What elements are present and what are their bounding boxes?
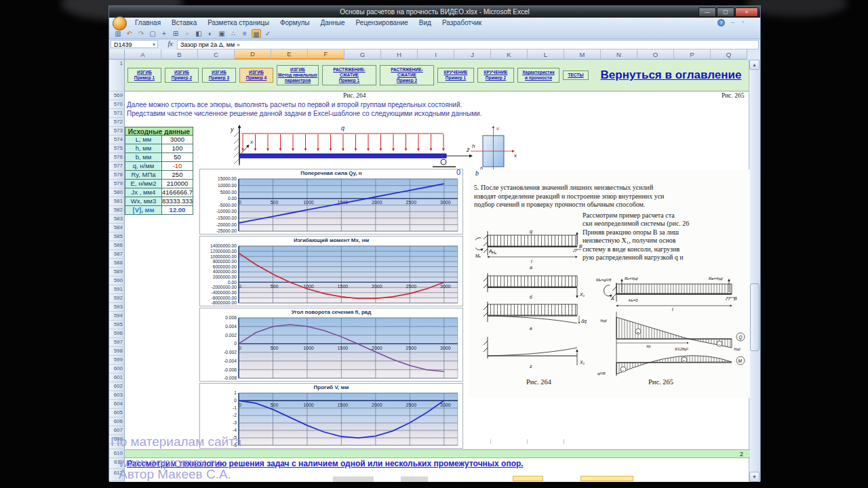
row-header-601[interactable]: 601	[109, 373, 125, 382]
column-header-O[interactable]: O	[637, 49, 674, 60]
row-header-592[interactable]: 592	[109, 294, 125, 303]
column-header-H[interactable]: H	[381, 49, 418, 60]
plus-icon[interactable]: +	[159, 29, 169, 38]
nav-button-9[interactable]: Характеристики прочности	[517, 68, 559, 83]
column-header-D[interactable]: D	[235, 49, 271, 60]
table-label-cell[interactable]: q, н/мм	[125, 162, 162, 171]
ribbon-tab-Данные[interactable]: Данные	[315, 18, 350, 28]
nav-button-0[interactable]: ИЗГИБПример 1	[127, 68, 161, 83]
ribbon-tab-Вид[interactable]: Вид	[414, 18, 437, 28]
row-header-586[interactable]: 586	[109, 241, 125, 250]
minimize-ribbon-icon[interactable]: –	[732, 19, 734, 25]
ribbon-tab-Разработчик[interactable]: Разработчик	[437, 18, 487, 28]
textbook-image[interactable]: b 5. После установления значений лишних …	[469, 169, 750, 398]
table-value-cell[interactable]: -10	[162, 162, 193, 171]
table-value-cell[interactable]: 250	[162, 171, 193, 180]
table-label-cell[interactable]: Jx , мм4	[125, 188, 162, 197]
office-button[interactable]	[113, 16, 127, 30]
table-value-cell[interactable]: 100	[162, 144, 193, 153]
nav-button-3[interactable]: ИЗГИБПример 4	[239, 68, 273, 83]
row-header-577[interactable]: 577	[109, 162, 125, 171]
row-header-585[interactable]: 585	[109, 232, 125, 241]
column-header-N[interactable]: N	[601, 49, 637, 60]
row-header-589[interactable]: 589	[109, 268, 125, 277]
column-header-K[interactable]: K	[491, 49, 528, 60]
table-value-cell[interactable]: 4166666.7	[162, 188, 193, 197]
row-header-603[interactable]: 603	[109, 391, 125, 400]
maximize-button[interactable]: ▢	[717, 7, 734, 17]
row-header-571[interactable]: 571	[109, 109, 125, 118]
align-icon[interactable]: ≡	[240, 29, 250, 38]
row-header-591[interactable]: 591	[109, 285, 125, 294]
title-bar[interactable]: Основы расчетов на прочность ВИДЕО.xlsx …	[109, 6, 760, 18]
row-header-594[interactable]: 594	[109, 312, 125, 321]
column-header-B[interactable]: B	[161, 49, 198, 60]
minimize-button[interactable]: —	[698, 7, 716, 17]
column-header-M[interactable]: M	[564, 49, 601, 60]
row-header-604[interactable]: 604	[109, 400, 125, 409]
check-icon[interactable]: ✓	[263, 29, 273, 38]
scroll-down-icon[interactable]: ▼	[749, 472, 760, 482]
scroll-up-icon[interactable]: ▲	[749, 60, 760, 70]
back-to-contents-link[interactable]: Вернуться в оглавление	[592, 68, 750, 82]
table-value-cell[interactable]: 210000	[162, 180, 193, 188]
row-header-579[interactable]: 579	[109, 180, 125, 188]
table-label-cell[interactable]: Wx, мм3	[125, 197, 162, 206]
name-box[interactable]: D1439 ▼	[111, 40, 158, 48]
redo-icon[interactable]: ↷	[136, 29, 146, 38]
cell-text-570[interactable]: Далее можно строить все эпюры, выполнять…	[127, 101, 462, 108]
row-header-584[interactable]: 584	[109, 224, 125, 232]
row-header-593[interactable]: 593	[109, 303, 125, 312]
row-header-596[interactable]: 596	[109, 329, 125, 338]
fx-icon[interactable]: fx	[165, 40, 176, 47]
table-label-cell[interactable]: L, мм	[125, 136, 162, 144]
column-header-A[interactable]: A	[125, 49, 161, 60]
ribbon-tab-Формулы[interactable]: Формулы	[275, 18, 315, 28]
highlighted-cell[interactable]	[513, 476, 543, 481]
row-header-605[interactable]: 605	[109, 409, 125, 418]
column-header-G[interactable]: G	[344, 49, 381, 60]
picture-icon[interactable]: ▣	[217, 29, 226, 38]
column-header-P[interactable]: P	[674, 49, 711, 60]
nav-button-7[interactable]: КРУЧЕНИЕПример 1	[437, 68, 474, 83]
row-header-576[interactable]: 576	[109, 153, 125, 162]
ribbon-tab-Вставка[interactable]: Вставка	[166, 18, 202, 28]
nav-button-8[interactable]: КРУЧЕНИЕПример 2	[477, 68, 514, 83]
nav-button-1[interactable]: ИЗГИБПример 2	[165, 68, 199, 83]
highlighted-cell[interactable]	[580, 476, 633, 481]
close-button[interactable]: ×	[735, 7, 758, 17]
table-label-cell[interactable]: h, мм	[125, 144, 162, 153]
row-header-583[interactable]: 583	[109, 215, 125, 224]
nav-button-5[interactable]: РАСТЯЖЕНИЕ-СЖАТИЕПример 1	[322, 65, 376, 85]
column-header-E[interactable]: E	[271, 49, 308, 60]
table-value-cell[interactable]: 3000	[162, 136, 193, 144]
row-header-570[interactable]: 570	[109, 100, 125, 109]
row-header-595[interactable]: 595	[109, 321, 125, 329]
nav-button-4[interactable]: ИЗГИБМетод начальныхпараметров	[277, 65, 319, 85]
row-header-575[interactable]: 575	[109, 144, 125, 153]
nav-button-10[interactable]: ТЕСТЫ	[563, 70, 589, 80]
contrast-icon[interactable]: ◧	[194, 29, 203, 38]
column-header-J[interactable]: J	[454, 49, 491, 60]
vertical-scrollbar[interactable]: ▲ ▼	[749, 60, 760, 482]
table-value-cell[interactable]: 12.00	[162, 206, 193, 215]
table-label-cell[interactable]: E, н/мм2	[125, 180, 162, 188]
row-header-574[interactable]: 574	[109, 136, 125, 144]
stray-cell-zero[interactable]: 0	[456, 168, 460, 176]
column-header-F[interactable]: F	[308, 49, 344, 60]
border-box-icon[interactable]: ▢	[148, 29, 157, 38]
table-label-cell[interactable]: [V], мм	[125, 206, 162, 215]
undo-icon[interactable]: ↶	[125, 29, 134, 38]
input-data-title[interactable]: Исходные данные	[125, 127, 193, 136]
row-header-573[interactable]: 573	[109, 127, 125, 136]
row-header-572[interactable]: 572	[109, 118, 125, 127]
ribbon-tab-Главная[interactable]: Главная	[130, 18, 166, 28]
chart-2[interactable]: Угол поворота сечения fi, рад0.0060.0040…	[199, 308, 463, 382]
table-label-cell[interactable]: Ry, МПа	[125, 171, 162, 180]
nav-button-6[interactable]: РАСТЯЖЕНИЕ-СЖАТИЕПример 2	[380, 65, 434, 85]
beam-diagram[interactable]: y x z q v h x b	[201, 122, 519, 171]
ribbon-tab-Разметка страницы[interactable]: Разметка страницы	[202, 18, 275, 28]
row-header-582[interactable]: 582	[109, 206, 125, 215]
row-header-599[interactable]: 599	[109, 356, 125, 365]
table-value-cell[interactable]: 83333.333	[162, 197, 193, 206]
